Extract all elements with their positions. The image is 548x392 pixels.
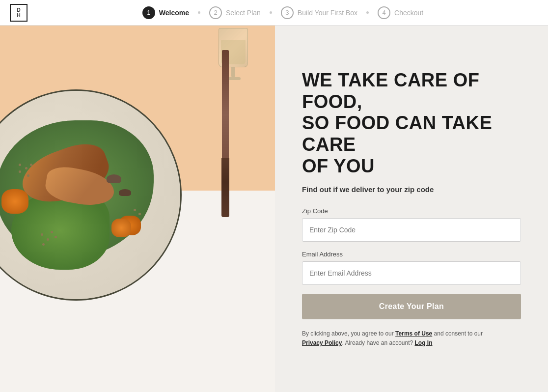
knife bbox=[220, 50, 231, 217]
step-4-label: Checkout bbox=[394, 9, 423, 17]
logo-line1: D bbox=[17, 7, 20, 13]
email-field-group: Email Address bbox=[302, 251, 521, 294]
headline-line3: OF YOU bbox=[302, 156, 375, 176]
lentil-10 bbox=[55, 236, 57, 238]
terms-of-use-link[interactable]: Terms of Use bbox=[395, 330, 432, 337]
lentil-8 bbox=[42, 243, 45, 246]
glass-stem bbox=[231, 67, 235, 77]
privacy-label: Privacy Policy bbox=[302, 339, 342, 346]
step-3[interactable]: 3 Build Your First Box bbox=[281, 6, 357, 19]
food-image-panel bbox=[0, 26, 275, 392]
step-2[interactable]: 2 Select Plan bbox=[209, 6, 261, 19]
step-1-number: 1 bbox=[142, 6, 155, 19]
food-squash1 bbox=[1, 189, 28, 214]
food-mushroom1 bbox=[107, 174, 121, 183]
lentil-1 bbox=[19, 164, 21, 166]
email-label: Email Address bbox=[302, 251, 521, 258]
steps-nav: 1 Welcome 2 Select Plan 3 Build Your Fir… bbox=[27, 6, 538, 19]
step-1[interactable]: 1 Welcome bbox=[142, 6, 189, 19]
hero-headline: WE TAKE CARE OF FOOD, SO FOOD CAN TAKE C… bbox=[302, 70, 521, 177]
create-plan-button[interactable]: Create Your Plan bbox=[302, 294, 521, 319]
logo: D H bbox=[10, 4, 27, 22]
zip-label: Zip Code bbox=[302, 207, 521, 215]
lentil-3 bbox=[19, 170, 21, 173]
step-3-label: Build Your First Box bbox=[298, 9, 357, 17]
headline-line2: SO FOOD CAN TAKE CARE bbox=[302, 112, 492, 155]
lentil-11 bbox=[134, 209, 136, 211]
login-label: Log In bbox=[415, 339, 433, 346]
knife-blade bbox=[222, 50, 229, 158]
privacy-policy-link[interactable]: Privacy Policy bbox=[302, 339, 342, 346]
legal-text: By clicking above, you agree to our Term… bbox=[302, 329, 521, 348]
headline-line1: WE TAKE CARE OF FOOD, bbox=[302, 70, 479, 112]
lentil-6 bbox=[41, 233, 43, 236]
legal-prefix: By clicking above, you agree to our bbox=[302, 330, 395, 337]
step-2-label: Select Plan bbox=[226, 9, 261, 17]
lentil-4 bbox=[30, 164, 32, 166]
logo-line2: H bbox=[17, 13, 20, 18]
legal-after-privacy: . Already have an account? bbox=[342, 339, 414, 346]
header: D H 1 Welcome 2 Select Plan 3 Build Your… bbox=[0, 0, 548, 26]
email-input[interactable] bbox=[302, 261, 521, 285]
step-1-label: Welcome bbox=[159, 9, 189, 17]
legal-middle: and consent to our bbox=[432, 330, 483, 337]
food-mushroom2 bbox=[119, 189, 131, 196]
lentil-5 bbox=[27, 174, 29, 177]
lentil-12 bbox=[138, 213, 141, 215]
zip-input[interactable] bbox=[302, 218, 521, 242]
main-content: WE TAKE CARE OF FOOD, SO FOOD CAN TAKE C… bbox=[0, 26, 548, 392]
food-squash3 bbox=[111, 219, 131, 237]
terms-label: Terms of Use bbox=[395, 330, 432, 337]
step-4-number: 4 bbox=[378, 6, 390, 19]
lentil-2 bbox=[25, 167, 27, 169]
form-panel: WE TAKE CARE OF FOOD, SO FOOD CAN TAKE C… bbox=[275, 26, 548, 392]
step-3-number: 3 bbox=[281, 6, 294, 19]
step-divider-2 bbox=[270, 11, 272, 14]
login-link[interactable]: Log In bbox=[415, 339, 433, 346]
step-divider-1 bbox=[198, 11, 200, 14]
lentil-9 bbox=[51, 231, 53, 233]
zip-field-group: Zip Code bbox=[302, 207, 521, 251]
knife-handle bbox=[221, 158, 229, 217]
lentil-7 bbox=[47, 238, 49, 241]
step-divider-3 bbox=[366, 11, 369, 14]
step-2-number: 2 bbox=[209, 6, 222, 19]
step-4[interactable]: 4 Checkout bbox=[378, 6, 423, 19]
hero-subheadline: Find out if we deliver to your zip code bbox=[302, 185, 521, 194]
